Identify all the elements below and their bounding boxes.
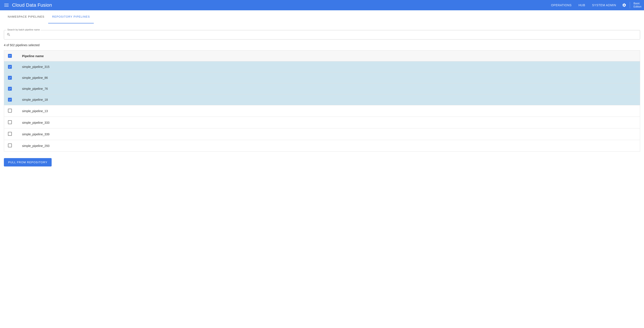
- table-row[interactable]: simple_pipeline_293: [4, 140, 640, 152]
- table-row[interactable]: simple_pipeline_333: [4, 117, 640, 129]
- table-row[interactable]: simple_pipeline_86: [4, 72, 640, 83]
- table-row[interactable]: simple_pipeline_13: [4, 105, 640, 117]
- pipeline-name-cell: simple_pipeline_333: [19, 117, 640, 129]
- edition-badge: Basic Edition: [630, 2, 642, 8]
- svg-rect-0: [4, 4, 8, 4]
- pipeline-name-cell: simple_pipeline_76: [19, 83, 640, 94]
- table-row[interactable]: simple_pipeline_18: [4, 94, 640, 105]
- row-checkbox[interactable]: [8, 109, 12, 113]
- table-row[interactable]: simple_pipeline_339: [4, 129, 640, 140]
- tabs: NAMESPACE PIPELINES REPOSITORY PIPELINES: [0, 10, 644, 24]
- tab-namespace-pipelines[interactable]: NAMESPACE PIPELINES: [4, 10, 48, 23]
- table-row[interactable]: simple_pipeline_76: [4, 83, 640, 94]
- pipeline-table: Pipeline name simple_pipeline_315simple_…: [4, 50, 640, 152]
- svg-rect-2: [4, 6, 8, 7]
- search-icon: [7, 33, 10, 37]
- pipeline-name-cell: simple_pipeline_18: [19, 94, 640, 105]
- pipeline-name-cell: simple_pipeline_339: [19, 129, 640, 140]
- pipeline-name-cell: simple_pipeline_13: [19, 105, 640, 117]
- pipeline-name-cell: simple_pipeline_315: [19, 61, 640, 72]
- row-checkbox[interactable]: [8, 87, 12, 91]
- table-row[interactable]: simple_pipeline_315: [4, 61, 640, 72]
- nav-operations[interactable]: OPERATIONS: [551, 3, 572, 7]
- svg-rect-1: [4, 5, 8, 5]
- settings-icon[interactable]: [622, 3, 626, 7]
- nav-system-admin[interactable]: SYSTEM ADMIN: [592, 3, 616, 7]
- column-header-pipeline-name: Pipeline name: [19, 50, 640, 61]
- edition-line2: Edition: [634, 5, 642, 8]
- pipeline-name-cell: simple_pipeline_86: [19, 72, 640, 83]
- row-checkbox[interactable]: [8, 98, 12, 102]
- search-label: Search by batch pipeline name: [6, 28, 41, 31]
- search-box[interactable]: [4, 30, 640, 39]
- pipeline-name-cell: simple_pipeline_293: [19, 140, 640, 152]
- row-checkbox[interactable]: [8, 132, 12, 136]
- search-wrapper: Search by batch pipeline name: [4, 30, 640, 39]
- row-checkbox[interactable]: [8, 76, 12, 80]
- row-checkbox[interactable]: [8, 120, 12, 124]
- row-checkbox[interactable]: [8, 65, 12, 69]
- row-checkbox[interactable]: [8, 144, 12, 147]
- nav-hub[interactable]: HUB: [578, 3, 585, 7]
- pull-from-repository-button[interactable]: PULL FROM REPOSITORY: [4, 158, 52, 166]
- tab-repository-pipelines[interactable]: REPOSITORY PIPELINES: [48, 10, 94, 23]
- header-nav: OPERATIONS HUB SYSTEM ADMIN: [551, 3, 616, 7]
- select-all-checkbox[interactable]: [8, 54, 12, 58]
- selection-count: 4 of 502 pipelines selected: [4, 43, 640, 47]
- brand-title: Cloud Data Fusion: [12, 2, 52, 8]
- edition-line1: Basic: [634, 2, 642, 5]
- svg-rect-3: [9, 56, 11, 56]
- app-header: Cloud Data Fusion OPERATIONS HUB SYSTEM …: [0, 0, 644, 10]
- search-input[interactable]: [13, 33, 637, 36]
- hamburger-menu-icon[interactable]: [2, 1, 10, 9]
